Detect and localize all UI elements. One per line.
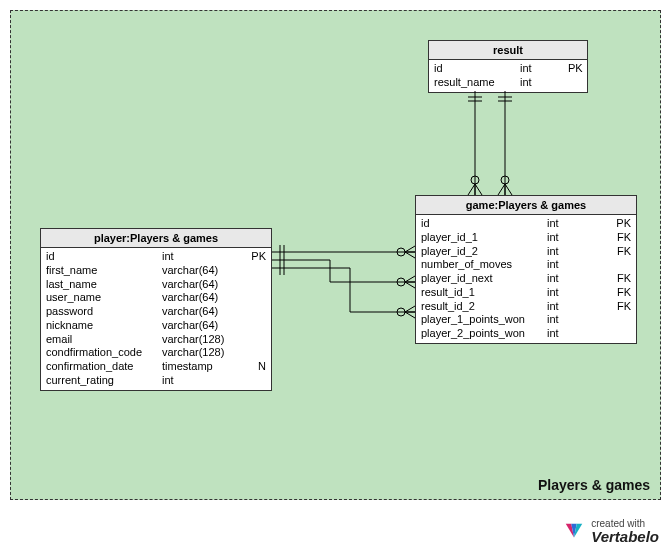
column-type: int <box>514 62 564 76</box>
column-type: int <box>541 258 615 272</box>
entity-game-body: idintPKplayer_id_1intFKplayer_id_2intFKn… <box>416 215 636 343</box>
column-type: int <box>541 272 613 286</box>
column-row: number_of_movesint <box>416 258 636 272</box>
column-flag <box>615 258 631 272</box>
entity-player-title: player:Players & games <box>41 229 271 248</box>
column-row: player_id_2intFK <box>416 245 636 259</box>
column-name: result_id_1 <box>421 286 541 300</box>
column-flag: FK <box>613 300 631 314</box>
column-name: id <box>421 217 541 231</box>
column-row: nicknamevarchar(64) <box>41 319 271 333</box>
column-name: player_2_points_won <box>421 327 541 341</box>
column-row: current_ratingint <box>41 374 271 388</box>
column-name: current_rating <box>46 374 156 388</box>
entity-player[interactable]: player:Players & games idintPKfirst_name… <box>40 228 272 391</box>
column-flag <box>250 374 266 388</box>
column-flag <box>250 305 266 319</box>
column-name: email <box>46 333 156 347</box>
column-flag <box>615 327 631 341</box>
column-type: int <box>541 217 612 231</box>
column-type: varchar(64) <box>156 305 250 319</box>
column-flag: FK <box>613 231 631 245</box>
column-row: player_id_1intFK <box>416 231 636 245</box>
subject-area-label: Players & games <box>538 477 650 493</box>
entity-player-body: idintPKfirst_namevarchar(64)last_namevar… <box>41 248 271 390</box>
column-flag <box>250 291 266 305</box>
column-name: player_1_points_won <box>421 313 541 327</box>
column-type: varchar(128) <box>156 333 250 347</box>
column-row: idintPK <box>429 62 587 76</box>
column-name: first_name <box>46 264 156 278</box>
column-type: varchar(64) <box>156 278 250 292</box>
entity-game-title: game:Players & games <box>416 196 636 215</box>
column-row: last_namevarchar(64) <box>41 278 271 292</box>
column-flag <box>250 278 266 292</box>
column-name: id <box>434 62 514 76</box>
column-flag <box>566 76 582 90</box>
column-flag <box>250 346 266 360</box>
column-row: user_namevarchar(64) <box>41 291 271 305</box>
column-row: confirmation_datetimestampN <box>41 360 271 374</box>
column-name: player_id_next <box>421 272 541 286</box>
column-row: result_id_1intFK <box>416 286 636 300</box>
column-name: player_id_1 <box>421 231 541 245</box>
column-flag: FK <box>613 286 631 300</box>
column-type: int <box>541 327 615 341</box>
column-row: passwordvarchar(64) <box>41 305 271 319</box>
column-name: number_of_moves <box>421 258 541 272</box>
column-flag: PK <box>612 217 631 231</box>
column-row: player_id_nextintFK <box>416 272 636 286</box>
column-type: varchar(64) <box>156 319 250 333</box>
watermark: created with Vertabelo <box>563 519 659 544</box>
column-row: player_2_points_wonint <box>416 327 636 341</box>
column-row: idintPK <box>416 217 636 231</box>
column-name: result_id_2 <box>421 300 541 314</box>
column-flag: N <box>250 360 266 374</box>
column-flag <box>615 313 631 327</box>
entity-result-title: result <box>429 41 587 60</box>
column-name: result_name <box>434 76 514 90</box>
column-type: int <box>514 76 566 90</box>
column-name: confirmation_date <box>46 360 156 374</box>
column-flag <box>250 319 266 333</box>
column-row: emailvarchar(128) <box>41 333 271 347</box>
column-flag <box>250 264 266 278</box>
column-type: varchar(64) <box>156 291 250 305</box>
column-name: id <box>46 250 156 264</box>
column-name: condfirmation_code <box>46 346 156 360</box>
column-flag: PK <box>564 62 583 76</box>
column-row: first_namevarchar(64) <box>41 264 271 278</box>
column-flag: FK <box>613 245 631 259</box>
column-row: player_1_points_wonint <box>416 313 636 327</box>
column-name: last_name <box>46 278 156 292</box>
column-name: password <box>46 305 156 319</box>
column-row: condfirmation_codevarchar(128) <box>41 346 271 360</box>
column-flag: PK <box>247 250 266 264</box>
column-type: int <box>156 250 247 264</box>
column-row: idintPK <box>41 250 271 264</box>
column-type: int <box>541 313 615 327</box>
column-row: result_nameint <box>429 76 587 90</box>
column-type: varchar(64) <box>156 264 250 278</box>
column-type: timestamp <box>156 360 250 374</box>
column-flag <box>250 333 266 347</box>
entity-game[interactable]: game:Players & games idintPKplayer_id_1i… <box>415 195 637 344</box>
column-name: player_id_2 <box>421 245 541 259</box>
column-type: int <box>541 231 613 245</box>
entity-result[interactable]: result idintPKresult_nameint <box>428 40 588 93</box>
column-name: nickname <box>46 319 156 333</box>
vertabelo-logo-icon <box>563 521 585 543</box>
entity-result-body: idintPKresult_nameint <box>429 60 587 92</box>
column-name: user_name <box>46 291 156 305</box>
column-type: int <box>541 286 613 300</box>
column-type: int <box>156 374 250 388</box>
column-flag: FK <box>613 272 631 286</box>
column-type: varchar(128) <box>156 346 250 360</box>
column-type: int <box>541 300 613 314</box>
column-type: int <box>541 245 613 259</box>
column-row: result_id_2intFK <box>416 300 636 314</box>
watermark-brand: Vertabelo <box>591 529 659 544</box>
